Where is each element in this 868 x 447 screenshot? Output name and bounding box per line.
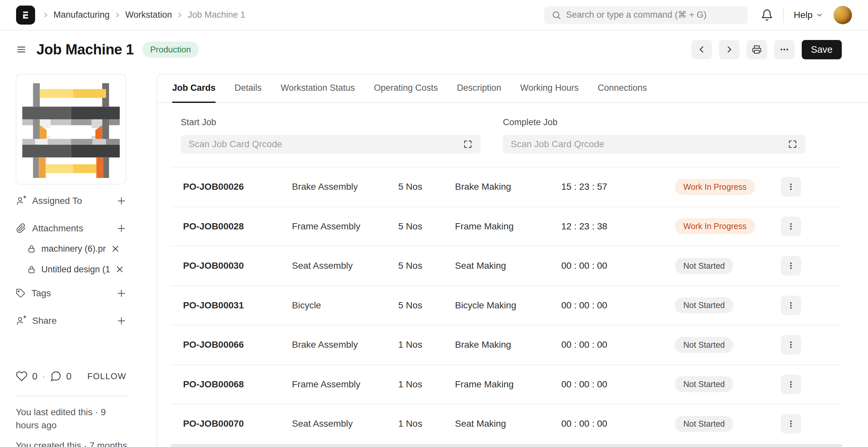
job-card-time: 00 : 00 : 00 — [561, 379, 675, 390]
job-card-row: PO-JOB00026 Brake Assembly 5 Nos Brake M… — [170, 167, 842, 206]
job-card-id-link[interactable]: PO-JOB00030 — [183, 261, 292, 271]
remove-attachment-icon[interactable] — [111, 244, 120, 253]
breadcrumb: Manufacturing Workstation Job Machine 1 — [40, 10, 245, 20]
add-share-button[interactable] — [117, 316, 126, 326]
attachment-link[interactable]: machinery (6).pr — [41, 244, 106, 254]
job-card-time: 00 : 00 : 00 — [561, 340, 675, 350]
kebab-menu-icon — [787, 182, 795, 191]
add-attachment-button[interactable] — [117, 224, 126, 233]
workstation-image[interactable] — [16, 74, 126, 184]
lock-icon — [27, 265, 36, 274]
more-options-button[interactable] — [774, 40, 795, 59]
sidebar-divider — [16, 396, 127, 396]
job-card-qty: 1 Nos — [398, 379, 455, 390]
form-tab[interactable]: Workstation Status — [281, 74, 355, 103]
kebab-menu-icon — [787, 380, 795, 389]
next-document-button[interactable] — [719, 40, 739, 59]
qr-scan-icon[interactable] — [787, 139, 798, 149]
comments-icon[interactable] — [50, 370, 62, 382]
job-card-row: PO-JOB00030 Seat Assembly 5 Nos Seat Mak… — [170, 246, 842, 285]
user-avatar[interactable] — [834, 6, 852, 24]
lock-icon — [27, 244, 36, 253]
status-badge: Not Started — [675, 416, 733, 432]
job-card-id-link[interactable]: PO-JOB00026 — [183, 181, 292, 192]
top-navbar: Manufacturing Workstation Job Machine 1 … — [0, 0, 868, 31]
complete-job-input-wrap — [503, 135, 805, 154]
job-card-id-link[interactable]: PO-JOB00028 — [183, 221, 292, 232]
plus-icon — [117, 288, 126, 298]
row-menu-button[interactable] — [781, 335, 801, 354]
row-menu-button[interactable] — [781, 296, 801, 315]
status-badge: Not Started — [675, 258, 733, 274]
status-badge: Work In Progress — [675, 218, 755, 234]
row-menu-button[interactable] — [781, 414, 801, 434]
search-input[interactable] — [566, 10, 740, 20]
scan-section: Start Job Complete Job — [157, 103, 868, 167]
job-card-status-cell: Not Started — [675, 258, 781, 274]
job-card-status-cell: Not Started — [675, 376, 781, 392]
job-card-id-link[interactable]: PO-JOB00066 — [183, 340, 292, 350]
remove-attachment-icon[interactable] — [116, 265, 124, 274]
qr-scan-icon[interactable] — [463, 139, 473, 149]
form-tab[interactable]: Description — [457, 74, 501, 103]
job-card-id-link[interactable]: PO-JOB00070 — [183, 418, 292, 429]
row-menu-button[interactable] — [781, 217, 801, 236]
add-assignment-button[interactable] — [117, 196, 126, 206]
breadcrumb-link[interactable]: Job Machine 1 — [188, 10, 245, 20]
dot-separator: · — [42, 371, 45, 382]
form-tab[interactable]: Details — [235, 74, 262, 103]
tags-label: Tags — [31, 288, 51, 299]
sidebar-tags: Tags — [16, 284, 126, 303]
start-job-scan-input[interactable] — [189, 139, 458, 149]
job-card-qty: 1 Nos — [398, 340, 455, 350]
row-menu-button[interactable] — [781, 375, 801, 394]
page-header: Job Machine 1 Production Save — [0, 31, 868, 68]
chevron-right-icon — [114, 12, 121, 19]
job-card-time: 12 : 23 : 38 — [561, 221, 675, 232]
breadcrumb-link[interactable]: Workstation — [125, 10, 172, 20]
notifications-bell-icon[interactable] — [761, 9, 773, 21]
status-badge: Work In Progress — [675, 179, 755, 195]
job-card-row: PO-JOB00068 Frame Assembly 1 Nos Frame M… — [170, 365, 842, 404]
form-tab[interactable]: Operating Costs — [374, 74, 438, 103]
chevron-right-icon — [42, 12, 49, 19]
job-card-item: Bicycle — [292, 300, 398, 311]
sidebar-toggle-icon[interactable] — [16, 44, 27, 55]
form-tab[interactable]: Job Cards — [172, 74, 216, 103]
kebab-menu-icon — [787, 222, 795, 231]
document-sidebar: Assigned To Attachments machinery (6).pr… — [16, 74, 126, 330]
add-tag-button[interactable] — [117, 288, 126, 298]
chevron-right-icon — [725, 45, 734, 54]
app-logo[interactable] — [16, 6, 35, 25]
form-tab[interactable]: Working Hours — [520, 74, 579, 103]
form-card: Job CardsDetailsWorkstation StatusOperat… — [156, 74, 868, 447]
user-plus-icon — [16, 316, 26, 326]
row-menu-button[interactable] — [781, 256, 801, 276]
global-search[interactable] — [544, 6, 748, 24]
job-card-id-link[interactable]: PO-JOB00068 — [183, 379, 292, 390]
job-card-id-link[interactable]: PO-JOB00031 — [183, 300, 292, 311]
user-plus-icon — [16, 196, 26, 206]
form-tab[interactable]: Connections — [598, 74, 647, 103]
erpnext-logo-icon — [20, 9, 31, 21]
job-card-item: Frame Assembly — [292, 221, 398, 232]
plus-icon — [117, 316, 126, 326]
breadcrumb-link[interactable]: Manufacturing — [54, 10, 110, 20]
navbar-divider — [783, 8, 784, 22]
attachment-list: machinery (6).pr Untitled design (1 — [27, 239, 126, 279]
print-button[interactable] — [747, 40, 767, 59]
horizontal-scrollbar[interactable] — [170, 444, 842, 447]
attachment-link[interactable]: Untitled design (1 — [41, 265, 110, 275]
like-heart-icon[interactable] — [16, 370, 28, 382]
job-card-table: PO-JOB00026 Brake Assembly 5 Nos Brake M… — [170, 167, 842, 443]
follow-button[interactable]: FOLLOW — [87, 371, 126, 381]
row-menu-button[interactable] — [781, 177, 801, 197]
social-row: 0 · 0 FOLLOW — [16, 370, 126, 382]
help-menu[interactable]: Help — [794, 10, 823, 20]
save-button[interactable]: Save — [802, 40, 842, 59]
complete-job-scan-input[interactable] — [511, 139, 782, 149]
complete-job-label: Complete Job — [503, 117, 805, 128]
job-card-row: PO-JOB00066 Brake Assembly 1 Nos Brake M… — [170, 325, 842, 365]
tag-icon — [16, 288, 26, 298]
previous-document-button[interactable] — [691, 40, 712, 59]
